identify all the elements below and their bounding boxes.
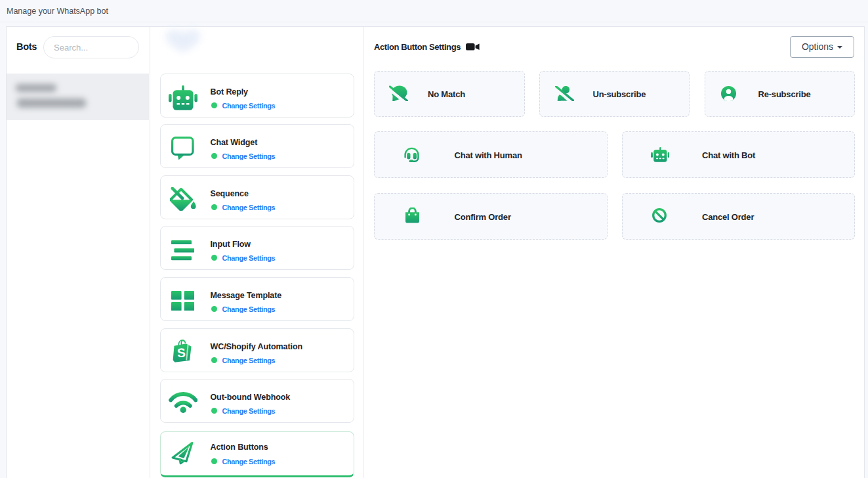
svg-text:S: S [176,346,186,360]
